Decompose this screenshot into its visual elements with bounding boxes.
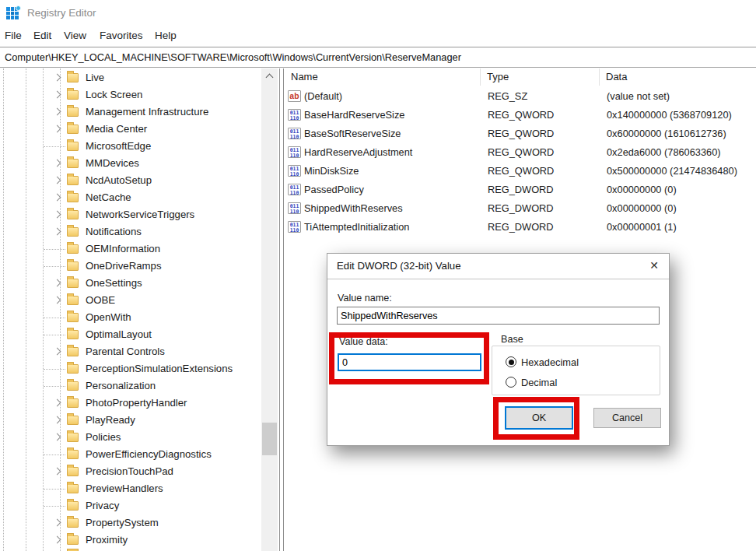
tree-item[interactable]: Parental Controls bbox=[0, 343, 261, 360]
tree-item[interactable]: Live bbox=[0, 69, 261, 86]
chevron-right-icon[interactable] bbox=[54, 399, 61, 407]
tree-item[interactable]: Media Center bbox=[0, 121, 261, 138]
folder-icon bbox=[67, 142, 79, 151]
value-row[interactable]: 011110 HardReserveAdjustment REG_QWORD 0… bbox=[285, 143, 756, 162]
value-row[interactable]: 011110 BaseSoftReserveSize REG_QWORD 0x6… bbox=[285, 125, 756, 143]
tree-item[interactable]: Lock Screen bbox=[0, 86, 261, 104]
tree-item[interactable]: MMDevices bbox=[0, 155, 261, 172]
chevron-right-icon[interactable] bbox=[54, 536, 61, 544]
chevron-right-icon[interactable] bbox=[54, 468, 61, 476]
tree-connector bbox=[44, 335, 65, 335]
tree-item[interactable]: OEMInformation bbox=[0, 240, 261, 258]
tree-item[interactable]: PlayReady bbox=[0, 412, 261, 429]
chevron-right-icon[interactable] bbox=[54, 91, 61, 99]
tree-item[interactable]: NcdAutoSetup bbox=[0, 172, 261, 189]
value-row[interactable]: 011110 PassedPolicy REG_DWORD 0x00000000… bbox=[285, 181, 756, 199]
tree-item[interactable]: Privacy bbox=[0, 497, 261, 514]
value-row[interactable]: ab (Default) REG_SZ (value not set) bbox=[285, 87, 756, 106]
tree-item-label: PlayReady bbox=[86, 412, 135, 429]
tree-item[interactable]: Notifications bbox=[0, 223, 261, 240]
chevron-right-icon[interactable] bbox=[54, 211, 61, 219]
tree-item[interactable]: Management Infrastructure bbox=[0, 104, 261, 121]
value-data-field[interactable] bbox=[338, 353, 481, 371]
tree-item[interactable]: PrecisionTouchPad bbox=[0, 463, 261, 480]
radio-unselected-icon[interactable] bbox=[506, 377, 516, 388]
pane-splitter[interactable] bbox=[279, 68, 280, 551]
tree-item[interactable]: OneSettings bbox=[0, 275, 261, 292]
dialog-title-bar[interactable]: Edit DWORD (32-bit) Value ✕ bbox=[327, 254, 669, 279]
tree-item[interactable]: PerceptionSimulationExtensions bbox=[0, 360, 261, 377]
folder-icon bbox=[67, 73, 79, 82]
menu-view[interactable]: View bbox=[64, 30, 86, 41]
tree-item[interactable]: Proximity bbox=[0, 532, 261, 549]
menu-file[interactable]: File bbox=[5, 30, 22, 41]
tree-item[interactable]: PhotoPropertyHandler bbox=[0, 395, 261, 412]
tree-item[interactable]: MicrosoftEdge bbox=[0, 138, 261, 155]
chevron-right-icon[interactable] bbox=[54, 108, 61, 116]
ok-button[interactable]: OK bbox=[505, 406, 573, 430]
value-row[interactable]: 011110 TiAttemptedInitialization REG_DWO… bbox=[285, 218, 756, 237]
tree-item-label: Proximity bbox=[86, 532, 128, 549]
menu-bar: File Edit View Favorites Help bbox=[0, 26, 756, 47]
menu-edit[interactable]: Edit bbox=[33, 30, 51, 41]
edit-dword-dialog: Edit DWORD (32-bit) Value ✕ Value name: … bbox=[327, 253, 670, 446]
column-header-type[interactable]: Type bbox=[481, 68, 600, 86]
pane-splitter[interactable] bbox=[283, 68, 284, 551]
folder-icon bbox=[67, 227, 79, 237]
tree-item-label: Management Infrastructure bbox=[86, 104, 208, 121]
tree-item[interactable]: PreviewHandlers bbox=[0, 480, 261, 497]
tree-item[interactable]: OptimalLayout bbox=[0, 326, 261, 343]
hexadecimal-radio[interactable]: Hexadecimal bbox=[506, 356, 579, 368]
tree-item[interactable]: OneDriveRamps bbox=[0, 258, 261, 275]
chevron-right-icon[interactable] bbox=[54, 125, 61, 133]
tree-item[interactable]: Policies bbox=[0, 429, 261, 446]
chevron-right-icon[interactable] bbox=[54, 348, 61, 356]
tree-item-label: PropertySystem bbox=[86, 514, 159, 532]
value-row[interactable]: 011110 ShippedWithReserves REG_DWORD 0x0… bbox=[285, 199, 756, 218]
tree-item[interactable]: Personalization bbox=[0, 377, 261, 395]
address-bar[interactable]: Computer\HKEY_LOCAL_MACHINE\SOFTWARE\Mic… bbox=[0, 47, 756, 68]
value-row[interactable]: 011110 BaseHardReserveSize REG_QWORD 0x1… bbox=[285, 106, 756, 125]
menu-help[interactable]: Help bbox=[155, 30, 177, 41]
menu-favorites[interactable]: Favorites bbox=[100, 30, 143, 41]
column-header-data[interactable]: Data bbox=[600, 68, 755, 86]
tree-item[interactable]: PropertySystem bbox=[0, 514, 261, 532]
column-header-name[interactable]: Name bbox=[285, 68, 481, 86]
chevron-right-icon[interactable] bbox=[54, 519, 61, 527]
chevron-right-icon[interactable] bbox=[54, 194, 61, 202]
tree-scrollbar[interactable] bbox=[261, 68, 278, 551]
registry-path: Computer\HKEY_LOCAL_MACHINE\SOFTWARE\Mic… bbox=[5, 51, 461, 63]
tree-item[interactable]: OOBE bbox=[0, 292, 261, 309]
tree-item[interactable]: OpenWith bbox=[0, 309, 261, 326]
chevron-right-icon[interactable] bbox=[54, 160, 61, 167]
scrollbar-thumb[interactable] bbox=[262, 423, 277, 455]
chevron-right-icon[interactable] bbox=[54, 297, 61, 304]
folder-icon bbox=[67, 210, 79, 219]
title-bar: Registry Editor bbox=[0, 0, 756, 26]
value-row[interactable]: 011110 MinDiskSize REG_QWORD 0x500000000… bbox=[285, 162, 756, 181]
folder-icon bbox=[67, 107, 79, 117]
tree-connector bbox=[44, 249, 65, 250]
chevron-right-icon[interactable] bbox=[54, 279, 61, 287]
value-name: TiAttemptedInitialization bbox=[304, 218, 409, 237]
chevron-right-icon[interactable] bbox=[54, 433, 61, 441]
value-name: ShippedWithReserves bbox=[304, 199, 403, 218]
tree-item-label: Live bbox=[86, 69, 104, 86]
chevron-right-icon[interactable] bbox=[54, 74, 61, 82]
scroll-up-arrow-icon[interactable] bbox=[261, 68, 278, 82]
tree-item[interactable]: NetworkServiceTriggers bbox=[0, 206, 261, 223]
chevron-right-icon[interactable] bbox=[54, 177, 61, 184]
tree-item[interactable]: NetCache bbox=[0, 189, 261, 206]
cancel-button[interactable]: Cancel bbox=[593, 408, 661, 428]
radio-selected-icon[interactable] bbox=[506, 356, 516, 367]
tree-item-label: NetCache bbox=[86, 189, 131, 206]
close-icon[interactable]: ✕ bbox=[649, 259, 659, 272]
value-data: 0x00000000 (0) bbox=[607, 199, 677, 218]
chevron-right-icon[interactable] bbox=[54, 228, 61, 236]
decimal-radio[interactable]: Decimal bbox=[506, 376, 557, 388]
value-name-field[interactable] bbox=[337, 307, 660, 325]
tree-item-label: PowerEfficiencyDiagnostics bbox=[86, 446, 212, 463]
folder-icon bbox=[67, 467, 79, 476]
chevron-right-icon[interactable] bbox=[54, 416, 61, 424]
tree-item[interactable]: PowerEfficiencyDiagnostics bbox=[0, 446, 261, 463]
